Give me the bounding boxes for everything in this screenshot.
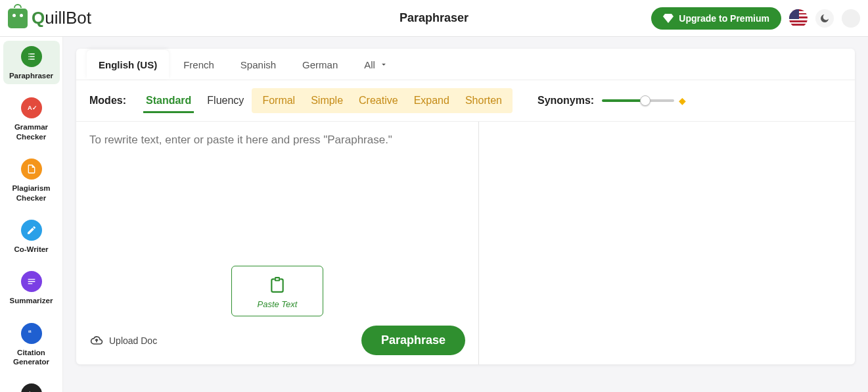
page-title: Paraphraser: [400, 11, 468, 25]
cowriter-icon: [21, 220, 42, 241]
sidebar-item-label: Citation Generator: [6, 348, 57, 367]
sidebar-item-label: Summarizer: [10, 296, 53, 305]
language-flag-us-icon[interactable]: [789, 9, 808, 28]
chevron-down-icon: [379, 60, 388, 69]
mode-label: Fluency: [207, 95, 244, 106]
language-tab-label: German: [302, 59, 338, 70]
sidebar-item-label: Grammar Checker: [6, 122, 57, 141]
language-tabs: English (US) French Spanish German All: [76, 49, 855, 80]
language-tab-french[interactable]: French: [171, 50, 226, 79]
sidebar-item-translator[interactable]: 文A Translator: [3, 378, 60, 392]
moon-icon: [819, 13, 830, 24]
svg-rect-3: [275, 278, 280, 280]
grammar-icon: A✓: [21, 97, 42, 118]
svg-text:“: “: [28, 329, 31, 337]
sidebar-item-co-writer[interactable]: Co-Writer: [3, 214, 60, 258]
sidebar-item-paraphraser[interactable]: Paraphraser: [3, 41, 60, 84]
mode-label: Simple: [311, 95, 343, 106]
mode-label: Shorten: [465, 95, 502, 106]
upgrade-premium-button[interactable]: Upgrade to Premium: [651, 7, 781, 30]
language-tab-label: French: [183, 59, 214, 70]
synonyms-label: Synonyms:: [537, 95, 594, 107]
premium-modes-group: Formal Simple Creative Expand Shorten: [252, 88, 513, 113]
sidebar-item-label: Paraphraser: [9, 71, 53, 80]
top-bar: QQuillBotuillBot Paraphraser Upgrade to …: [0, 0, 868, 37]
language-tab-label: English (US): [99, 59, 157, 70]
mode-expand[interactable]: Expand: [406, 89, 457, 112]
sidebar-item-label: Plagiarism Checker: [6, 184, 57, 203]
language-tab-spanish[interactable]: Spanish: [229, 50, 288, 79]
modes-row: Modes: Standard Fluency Formal Simple Cr…: [76, 80, 855, 121]
citation-icon: “: [21, 323, 42, 344]
cloud-upload-icon: [89, 334, 104, 347]
brand-logo[interactable]: QQuillBotuillBot: [8, 8, 91, 28]
paste-text-button[interactable]: Paste Text: [231, 266, 323, 316]
sidebar: Paraphraser A✓ Grammar Checker Plagiaris…: [0, 37, 63, 392]
slider-thumb[interactable]: [640, 95, 651, 106]
svg-text:A✓: A✓: [28, 105, 37, 112]
upload-doc-label: Upload Doc: [109, 335, 157, 346]
sidebar-item-summarizer[interactable]: Summarizer: [3, 266, 60, 309]
mode-label: Standard: [146, 95, 191, 106]
editor-panes: Paste Text Upload Doc Paraphrase: [76, 121, 855, 364]
language-tab-all[interactable]: All: [352, 50, 400, 79]
language-tab-label: Spanish: [240, 59, 276, 70]
quillbot-robot-icon: [8, 9, 28, 28]
avatar[interactable]: [842, 9, 860, 28]
sidebar-item-plagiarism-checker[interactable]: Plagiarism Checker: [3, 153, 60, 207]
paraphraser-icon: [21, 46, 42, 67]
theme-toggle-button[interactable]: [815, 9, 834, 28]
paraphraser-card: English (US) French Spanish German All M…: [76, 49, 855, 364]
mode-simple[interactable]: Simple: [303, 89, 351, 112]
paraphrase-button-label: Paraphrase: [381, 333, 445, 347]
translator-icon: 文A: [21, 383, 42, 392]
brand-name: QQuillBotuillBot: [32, 8, 91, 28]
language-tab-german[interactable]: German: [290, 50, 350, 79]
mode-label: Expand: [414, 95, 449, 106]
modes-label: Modes:: [89, 95, 126, 107]
paraphrase-input[interactable]: [89, 134, 465, 239]
main-content: English (US) French Spanish German All M…: [63, 37, 868, 392]
sidebar-item-citation-generator[interactable]: “ Citation Generator: [3, 318, 60, 371]
mode-shorten[interactable]: Shorten: [457, 89, 510, 112]
sidebar-item-grammar-checker[interactable]: A✓ Grammar Checker: [3, 92, 60, 145]
mode-standard[interactable]: Standard: [138, 89, 199, 112]
synonyms-control: Synonyms: ◆: [537, 95, 674, 107]
mode-formal[interactable]: Formal: [254, 89, 303, 112]
upgrade-label: Upgrade to Premium: [679, 13, 769, 24]
paraphrase-button[interactable]: Paraphrase: [361, 326, 465, 355]
diamond-icon: [663, 14, 674, 23]
output-pane: [479, 122, 855, 364]
premium-diamond-icon: ◆: [679, 95, 686, 106]
synonyms-slider[interactable]: ◆: [602, 99, 674, 102]
mode-label: Formal: [262, 95, 295, 106]
paste-text-label: Paste Text: [258, 299, 298, 309]
sidebar-item-label: Co-Writer: [14, 245, 48, 254]
mode-label: Creative: [359, 95, 398, 106]
language-tab-english-us[interactable]: English (US): [87, 50, 169, 79]
input-bottom-row: Upload Doc Paraphrase: [89, 316, 465, 355]
plagiarism-icon: [21, 159, 42, 180]
clipboard-icon: [269, 276, 286, 294]
mode-group: Standard Fluency Formal Simple Creative …: [138, 88, 513, 113]
input-pane: Paste Text Upload Doc Paraphrase: [76, 122, 479, 364]
summarizer-icon: [21, 271, 42, 292]
language-all-label: All: [364, 59, 375, 70]
mode-fluency[interactable]: Fluency: [199, 89, 252, 112]
mode-creative[interactable]: Creative: [351, 89, 406, 112]
upload-doc-button[interactable]: Upload Doc: [89, 334, 157, 347]
